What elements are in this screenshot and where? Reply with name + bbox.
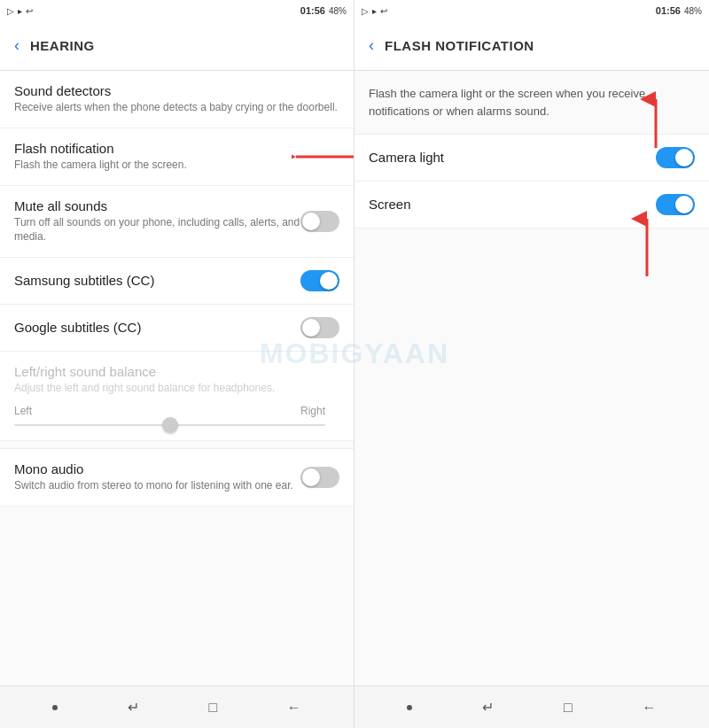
- flash-notification-text: Flash notification Flash the camera ligh…: [14, 141, 339, 173]
- sound-detectors-title: Sound detectors: [14, 83, 339, 98]
- right-nav-recents[interactable]: ↵: [482, 699, 494, 716]
- sound-balance-title: Left/right sound balance: [14, 364, 275, 379]
- sound-balance-text: Left/right sound balance Adjust the left…: [14, 364, 275, 396]
- google-subtitles-text: Google subtitles (CC): [14, 320, 300, 337]
- left-settings-list: Sound detectors Receive alerts when the …: [0, 71, 354, 685]
- left-back-button[interactable]: ‹: [14, 36, 19, 55]
- camera-light-arrow: [629, 90, 682, 152]
- google-subtitles-title: Google subtitles (CC): [14, 320, 300, 335]
- right-battery: 48%: [684, 6, 702, 16]
- google-subtitles-item[interactable]: Google subtitles (CC): [0, 305, 354, 352]
- flash-notification-arrow: [292, 143, 354, 170]
- left-play-icon: ▸: [18, 6, 22, 16]
- right-nav-back[interactable]: ←: [643, 700, 657, 716]
- left-media-icon: ▷: [7, 6, 14, 16]
- mono-audio-text: Mono audio Switch audio from stereo to m…: [14, 461, 300, 493]
- right-settings-list: Flash the camera light or the screen whe…: [354, 71, 709, 685]
- right-media-icon: ▷: [362, 6, 369, 16]
- screen-arrow: [629, 210, 700, 281]
- right-panel-title: FLASH NOTIFICATION: [385, 38, 534, 53]
- slider-left-label: Left: [14, 405, 32, 417]
- right-nav-dot[interactable]: [407, 705, 412, 710]
- samsung-subtitles-title: Samsung subtitles (CC): [14, 273, 300, 288]
- slider-labels: Left Right: [14, 405, 325, 417]
- screen-item[interactable]: Screen: [354, 182, 709, 228]
- sound-detectors-text: Sound detectors Receive alerts when the …: [14, 83, 339, 115]
- samsung-subtitles-text: Samsung subtitles (CC): [14, 273, 300, 290]
- mute-all-sounds-toggle-knob: [302, 213, 320, 230]
- left-reply-icon: ↩: [26, 6, 33, 16]
- left-nav-dot[interactable]: [52, 705, 58, 710]
- left-status-bar: ▷ ▸ ↩ 01:56 48%: [0, 0, 354, 21]
- screen-title: Screen: [369, 197, 656, 212]
- flash-notification-subtitle: Flash the camera light or the screen.: [14, 158, 339, 173]
- left-nav-recents[interactable]: ↵: [128, 699, 139, 716]
- left-nav-home[interactable]: □: [208, 700, 217, 716]
- google-subtitles-toggle[interactable]: [300, 317, 339, 338]
- flash-notification-item[interactable]: Flash notification Flash the camera ligh…: [0, 128, 354, 186]
- left-time: 01:56: [300, 5, 325, 16]
- camera-light-title: Camera light: [369, 150, 656, 165]
- camera-light-text: Camera light: [369, 150, 656, 167]
- mute-all-sounds-title: Mute all sounds: [14, 198, 300, 213]
- mono-audio-subtitle: Switch audio from stereo to mono for lis…: [14, 478, 300, 493]
- sound-balance-slider-container: Left Right: [14, 396, 339, 440]
- right-play-icon: ▸: [372, 6, 377, 16]
- right-bottom-nav: ↵ □ ←: [354, 686, 709, 728]
- mono-audio-title: Mono audio: [14, 461, 300, 476]
- right-status-bar: ▷ ▸ ↩ 01:56 48%: [354, 0, 709, 21]
- mono-audio-toggle[interactable]: [300, 467, 339, 488]
- mute-all-sounds-item[interactable]: Mute all sounds Turn off all sounds on y…: [0, 186, 354, 259]
- right-time: 01:56: [656, 5, 681, 16]
- sound-balance-item: Left/right sound balance Adjust the left…: [0, 352, 354, 441]
- google-subtitles-toggle-knob: [302, 319, 320, 337]
- slider-track[interactable]: [14, 424, 325, 426]
- samsung-subtitles-item[interactable]: Samsung subtitles (CC): [0, 258, 354, 305]
- right-nav-home[interactable]: □: [564, 700, 573, 716]
- left-panel-title: HEARING: [30, 38, 95, 53]
- mute-all-sounds-subtitle: Turn off all sounds on your phone, inclu…: [14, 215, 300, 245]
- bottom-navigation: ↵ □ ← ↵ □ ←: [0, 685, 709, 728]
- left-battery: 48%: [329, 6, 347, 16]
- left-panel-header: ‹ HEARING: [0, 21, 354, 71]
- mono-audio-toggle-knob: [302, 469, 320, 486]
- right-panel: ‹ FLASH NOTIFICATION Flash the camera li…: [354, 21, 709, 685]
- flash-notification-title: Flash notification: [14, 141, 339, 156]
- mute-all-sounds-text: Mute all sounds Turn off all sounds on y…: [14, 198, 300, 245]
- left-nav-back[interactable]: ←: [287, 700, 301, 716]
- right-panel-header: ‹ FLASH NOTIFICATION: [354, 21, 709, 71]
- sound-detectors-item[interactable]: Sound detectors Receive alerts when the …: [0, 71, 354, 128]
- left-status-icons: ▷ ▸ ↩: [7, 6, 33, 16]
- slider-thumb[interactable]: [162, 417, 178, 433]
- mute-all-sounds-toggle[interactable]: [300, 211, 339, 232]
- sound-detectors-subtitle: Receive alerts when the phone detects a …: [14, 100, 339, 115]
- right-reply-icon: ↩: [380, 6, 387, 16]
- left-bottom-nav: ↵ □ ←: [0, 686, 354, 728]
- samsung-subtitles-toggle[interactable]: [300, 270, 339, 291]
- mono-audio-item[interactable]: Mono audio Switch audio from stereo to m…: [0, 448, 354, 507]
- right-back-button[interactable]: ‹: [369, 36, 374, 55]
- left-panel: ‹ HEARING Sound detectors Receive alerts…: [0, 21, 354, 685]
- right-status-icons: ▷ ▸ ↩: [362, 6, 387, 16]
- samsung-subtitles-toggle-knob: [320, 272, 338, 290]
- slider-right-label: Right: [300, 405, 325, 417]
- screen-text: Screen: [369, 197, 656, 213]
- camera-light-item[interactable]: Camera light: [354, 135, 709, 182]
- sound-balance-subtitle: Adjust the left and right sound balance …: [14, 381, 275, 396]
